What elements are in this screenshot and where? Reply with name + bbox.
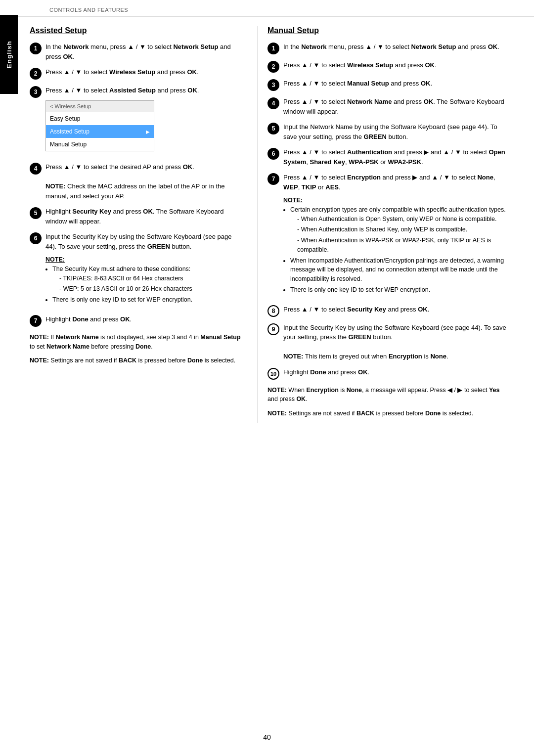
- step-7-num: 7: [30, 315, 42, 327]
- content-area: Assisted Setup 1 In the Network menu, pr…: [0, 16, 534, 443]
- right-step-3-num: 3: [267, 79, 279, 91]
- right-step-5-num: 5: [267, 123, 279, 134]
- step-6-note: NOTE: The Security Key must adhere to th…: [45, 255, 242, 305]
- step-4-num: 4: [30, 163, 42, 175]
- step-5: 5 Highlight Security Key and press OK. T…: [30, 207, 242, 226]
- right-step-8-content: Press ▲ / ▼ to select Security Key and p…: [283, 305, 509, 314]
- step-4-note: NOTE: Check the MAC address on the label…: [45, 182, 225, 200]
- step-2-num: 2: [30, 68, 42, 80]
- step-1-content: In the Network menu, press ▲ / ▼ to sele…: [45, 42, 242, 61]
- right-step-10-content: Highlight Done and press OK.: [283, 367, 509, 377]
- right-step-7-content: Press ▲ / ▼ to select Encryption and pre…: [283, 173, 509, 299]
- right-bottom-note-2: NOTE: Settings are not saved if BACK is …: [267, 409, 509, 418]
- page-header: CONTROLS AND FEATURES: [0, 0, 534, 16]
- header-text: CONTROLS AND FEATURES: [49, 7, 128, 13]
- step-4: 4 Press ▲ / ▼ to select the desired AP a…: [30, 162, 242, 201]
- step-3-num: 3: [30, 86, 42, 98]
- right-step-1: 1 In the Network menu, press ▲ / ▼ to se…: [267, 42, 509, 54]
- step-6: 6 Input the Security Key by using the So…: [30, 232, 242, 309]
- menu-item-assisted-setup: Assisted Setup: [46, 125, 154, 138]
- step-1: 1 In the Network menu, press ▲ / ▼ to se…: [30, 42, 242, 61]
- right-step-2-num: 2: [267, 61, 279, 73]
- manual-setup-title: Manual Setup: [267, 26, 509, 35]
- right-step-7-num: 7: [267, 173, 279, 185]
- menu-item-manual-setup: Manual Setup: [46, 138, 154, 151]
- step-3: 3 Press ▲ / ▼ to select Assisted Setup a…: [30, 86, 242, 156]
- right-step-6: 6 Press ▲ / ▼ to select Authentication a…: [267, 147, 509, 167]
- right-bottom-note-1: NOTE: When Encryption is None, a message…: [267, 386, 509, 404]
- left-bottom-note-1: NOTE: If Network Name is not displayed, …: [30, 333, 242, 352]
- page-number: 40: [263, 733, 271, 741]
- right-step-8: 8 Press ▲ / ▼ to select Security Key and…: [267, 305, 509, 317]
- right-step-10: 10 Highlight Done and press OK.: [267, 367, 509, 380]
- menu-box: < Wireless Setup Easy Setup Assisted Set…: [45, 100, 154, 152]
- sidebar-language-label: English: [0, 15, 18, 94]
- menu-header: < Wireless Setup: [46, 101, 154, 113]
- right-step-9: 9 Input the Security Key by using the So…: [267, 323, 509, 361]
- right-step-8-num: 8: [267, 305, 279, 317]
- right-step-4: 4 Press ▲ / ▼ to select Network Name and…: [267, 97, 509, 116]
- step-6-content: Input the Security Key by using the Soft…: [45, 232, 242, 309]
- right-step-5: 5 Input the Network Name by using the So…: [267, 122, 509, 141]
- right-step-1-num: 1: [267, 43, 279, 54]
- page-footer: 40: [0, 723, 534, 746]
- right-step-6-num: 6: [267, 148, 279, 160]
- step-5-content: Highlight Security Key and press OK. The…: [45, 207, 242, 226]
- right-step-3: 3 Press ▲ / ▼ to select Manual Setup and…: [267, 79, 509, 91]
- right-step-1-content: In the Network menu, press ▲ / ▼ to sele…: [283, 42, 509, 52]
- right-step-5-content: Input the Network Name by using the Soft…: [283, 122, 509, 141]
- left-column: Assisted Setup 1 In the Network menu, pr…: [30, 26, 257, 423]
- assisted-setup-title: Assisted Setup: [30, 26, 242, 35]
- right-step-2-content: Press ▲ / ▼ to select Wireless Setup and…: [283, 60, 509, 70]
- right-step-9-content: Input the Security Key by using the Soft…: [283, 323, 509, 361]
- step-7: 7 Highlight Done and press OK.: [30, 314, 242, 327]
- right-step-4-num: 4: [267, 97, 279, 109]
- step-6-num: 6: [30, 232, 42, 244]
- step-5-num: 5: [30, 207, 42, 219]
- right-step-7: 7 Press ▲ / ▼ to select Encryption and p…: [267, 173, 509, 299]
- step-3-content: Press ▲ / ▼ to select Assisted Setup and…: [45, 86, 242, 156]
- step-1-num: 1: [30, 43, 42, 54]
- step-4-content: Press ▲ / ▼ to select the desired AP and…: [45, 162, 242, 201]
- right-step-6-content: Press ▲ / ▼ to select Authentication and…: [283, 147, 509, 167]
- right-step-4-content: Press ▲ / ▼ to select Network Name and p…: [283, 97, 509, 116]
- left-bottom-note-2: NOTE: Settings are not saved if BACK is …: [30, 356, 242, 365]
- step-7-content: Highlight Done and press OK.: [45, 314, 242, 324]
- right-column: Manual Setup 1 In the Network menu, pres…: [257, 26, 509, 423]
- right-step-9-num: 9: [267, 323, 279, 335]
- right-step-3-content: Press ▲ / ▼ to select Manual Setup and p…: [283, 79, 509, 89]
- menu-item-easy-setup: Easy Setup: [46, 112, 154, 125]
- right-step-10-num: 10: [267, 368, 279, 380]
- step-2: 2 Press ▲ / ▼ to select Wireless Setup a…: [30, 67, 242, 80]
- right-step-2: 2 Press ▲ / ▼ to select Wireless Setup a…: [267, 60, 509, 73]
- right-step-7-note: NOTE: Certain encryption types are only …: [283, 196, 509, 295]
- step-2-content: Press ▲ / ▼ to select Wireless Setup and…: [45, 67, 242, 77]
